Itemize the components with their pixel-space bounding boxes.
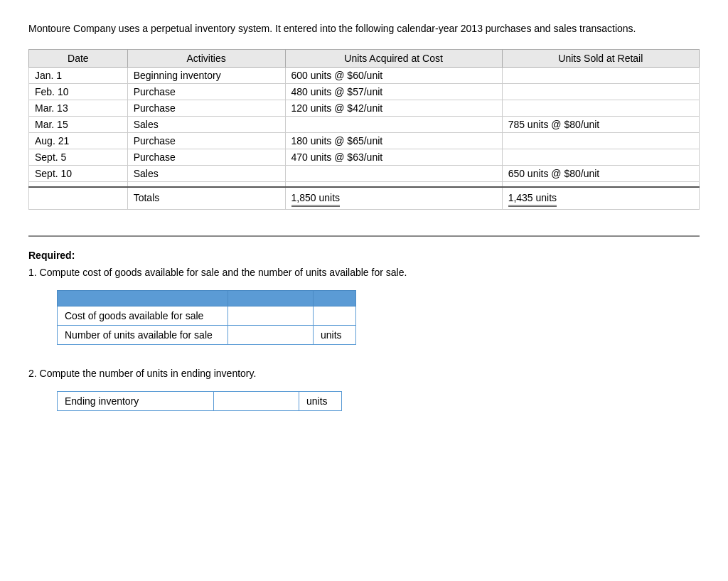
- ending-input[interactable]: [221, 395, 291, 407]
- transactions-table: Date Activities Units Acquired at Cost U…: [28, 49, 700, 215]
- totals-acquired: 1,850 units: [285, 187, 502, 210]
- col-header-activities: Activities: [127, 50, 285, 68]
- table-row: Aug. 21 Purchase 180 units @ $65/unit: [29, 133, 700, 149]
- ending-row: Ending inventory units: [58, 392, 342, 411]
- answer-row-1: Cost of goods available for sale: [58, 307, 356, 326]
- activity-cell: Beginning inventory: [127, 68, 285, 84]
- sold-cell: [502, 133, 699, 149]
- section-divider: [28, 235, 700, 237]
- sold-cell: [502, 68, 699, 84]
- date-cell: Mar. 13: [29, 100, 128, 117]
- cost-label: Cost of goods available for sale: [58, 307, 228, 326]
- header-col-2: [228, 291, 314, 307]
- activity-cell: Purchase: [127, 133, 285, 149]
- col-header-sold: Units Sold at Retail: [502, 50, 699, 68]
- acquired-cell: 600 units @ $60/unit: [285, 68, 502, 84]
- ending-label: Ending inventory: [58, 392, 214, 411]
- units-label: Number of units available for sale: [58, 326, 228, 345]
- answer-row-2: Number of units available for sale units: [58, 326, 356, 345]
- date-cell: Jan. 1: [29, 68, 128, 84]
- acquired-cell: [285, 117, 502, 133]
- acquired-cell: 180 units @ $65/unit: [285, 133, 502, 149]
- activity-cell: Purchase: [127, 100, 285, 117]
- cost-units: [314, 307, 356, 326]
- table-row: Feb. 10 Purchase 480 units @ $57/unit: [29, 84, 700, 100]
- question-2-text: 2. Compute the number of units in ending…: [28, 366, 700, 381]
- required-label: Required:: [28, 250, 700, 261]
- table-row: Sept. 10 Sales 650 units @ $80/unit: [29, 166, 700, 182]
- totals-sold: 1,435 units: [502, 187, 699, 210]
- header-col-1: [58, 291, 228, 307]
- activity-cell: Purchase: [127, 84, 285, 100]
- sold-cell: [502, 100, 699, 117]
- ending-inventory-table: Ending inventory units: [57, 391, 342, 411]
- question-1-text: 1. Compute cost of goods available for s…: [28, 265, 700, 280]
- ending-units: units: [299, 392, 342, 411]
- date-cell: Feb. 10: [29, 84, 128, 100]
- date-cell: Aug. 21: [29, 133, 128, 149]
- acquired-cell: [285, 166, 502, 182]
- header-col-3: [314, 291, 356, 307]
- table-row-spacer: [29, 182, 700, 188]
- units-input-cell[interactable]: [228, 326, 314, 345]
- sold-cell: 785 units @ $80/unit: [502, 117, 699, 133]
- date-cell: Sept. 5: [29, 149, 128, 166]
- intro-paragraph: Montoure Company uses a perpetual invent…: [28, 21, 700, 36]
- units-units: units: [314, 326, 356, 345]
- answer-table-header: [58, 291, 356, 307]
- table-row: Mar. 13 Purchase 120 units @ $42/unit: [29, 100, 700, 117]
- activity-cell: Sales: [127, 166, 285, 182]
- col-header-acquired: Units Acquired at Cost: [285, 50, 502, 68]
- totals-sold-value: 1,435 units: [508, 192, 557, 207]
- date-cell: Mar. 15: [29, 117, 128, 133]
- sold-cell: 650 units @ $80/unit: [502, 166, 699, 182]
- activity-cell: Sales: [127, 117, 285, 133]
- units-input[interactable]: [235, 329, 306, 341]
- ending-input-cell[interactable]: [214, 392, 299, 411]
- cost-input-cell[interactable]: [228, 307, 314, 326]
- answer-table-q1: Cost of goods available for sale Number …: [57, 290, 356, 345]
- acquired-cell: 120 units @ $42/unit: [285, 100, 502, 117]
- activity-cell: Purchase: [127, 149, 285, 166]
- acquired-cell: 480 units @ $57/unit: [285, 84, 502, 100]
- table-row-spacer2: [29, 210, 700, 216]
- date-cell: Sept. 10: [29, 166, 128, 182]
- totals-label: Totals: [127, 187, 285, 210]
- sold-cell: [502, 149, 699, 166]
- sold-cell: [502, 84, 699, 100]
- table-row: Sept. 5 Purchase 470 units @ $63/unit: [29, 149, 700, 166]
- table-row: Jan. 1 Beginning inventory 600 units @ $…: [29, 68, 700, 84]
- table-row: Mar. 15 Sales 785 units @ $80/unit: [29, 117, 700, 133]
- col-header-date: Date: [29, 50, 128, 68]
- acquired-cell: 470 units @ $63/unit: [285, 149, 502, 166]
- cost-input[interactable]: [235, 310, 306, 321]
- totals-row: Totals 1,850 units 1,435 units: [29, 187, 700, 210]
- totals-acquired-value: 1,850 units: [291, 192, 341, 207]
